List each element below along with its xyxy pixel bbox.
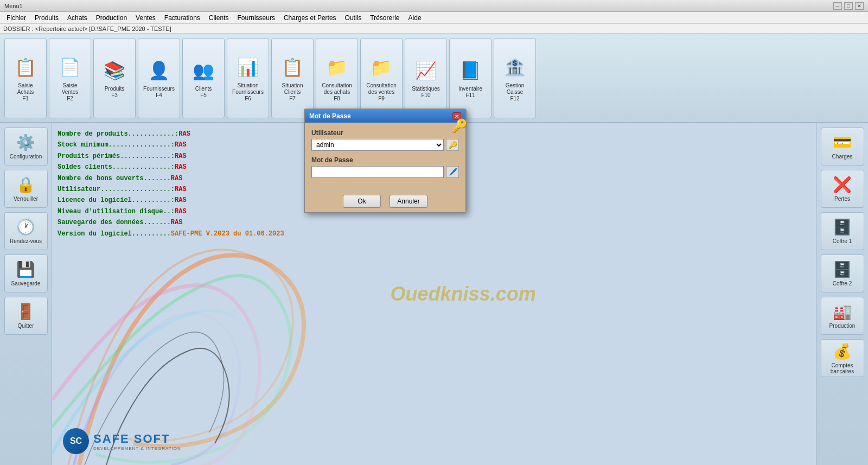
- toolbar-label-10: Inventaire F11: [458, 86, 482, 99]
- toolbar-btn-0[interactable]: 📋Saisie Achats F1: [4, 38, 47, 118]
- info-value-3: RAS: [175, 163, 187, 171]
- info-text-1: Stock minimum................:: [58, 141, 175, 149]
- toolbar-label-0: Saisie Achats F1: [17, 82, 34, 102]
- sidebar-btn-verrouiller[interactable]: 🔒Verrouiller: [4, 170, 48, 208]
- info-text-0: Nombre de produits............:: [58, 130, 178, 138]
- toolbar-btn-5[interactable]: 📊Situation Fournisseurs F6: [227, 38, 269, 118]
- right-icon-3: 🗄️: [833, 260, 852, 278]
- menu-item-charges-et-pertes[interactable]: Charges et Pertes: [279, 13, 341, 23]
- menu-item-production[interactable]: Production: [92, 13, 131, 23]
- info-line-7: Niveau d'utilisation disque..:RAS: [58, 206, 284, 217]
- right-icon-0: 💳: [833, 133, 852, 151]
- utilisateur-input-row: admin user1 user2 🔑: [311, 139, 459, 151]
- info-text-8: Sauvegarde des données.......: [58, 219, 171, 226]
- info-value-8: RAS: [171, 219, 183, 226]
- right-icon-1: ❌: [833, 176, 852, 194]
- left-sidebar: ⚙️Configuration🔒Verrouiller🕐Rendez-vous💾…: [0, 123, 52, 465]
- toolbar-btn-1[interactable]: 📄Saisie Ventes F2: [49, 38, 91, 118]
- toolbar-icon-1: 📄: [57, 54, 83, 80]
- menu-item-aide[interactable]: Aide: [404, 13, 426, 23]
- toolbar-btn-7[interactable]: 📁Consultation des achats F8: [316, 38, 358, 118]
- menu-item-trésorerie[interactable]: Trésorerie: [366, 13, 404, 23]
- menu-item-achats[interactable]: Achats: [63, 13, 92, 23]
- info-value-5: RAS: [175, 186, 187, 193]
- motdepasse-input[interactable]: [311, 166, 444, 178]
- utilisateur-label: Utilisateur: [311, 129, 459, 137]
- maximize-button[interactable]: □: [844, 2, 853, 10]
- menu-item-outils[interactable]: Outils: [341, 13, 366, 23]
- info-value-0: RAS: [178, 130, 190, 138]
- menu-item-clients[interactable]: Clients: [205, 13, 233, 23]
- info-value-4: RAS: [171, 175, 183, 182]
- dialog-body: Utilisateur admin user1 user2 🔑 Mot de P…: [305, 123, 465, 190]
- menu-item-facturations[interactable]: Facturations: [160, 13, 205, 23]
- sidebar-icon-1: 🔒: [16, 176, 35, 194]
- info-text-2: Produits périmés.............:: [58, 152, 175, 160]
- logo-icon: SC: [63, 428, 89, 454]
- right-btn-production[interactable]: 🏭Production: [821, 297, 864, 335]
- right-icon-5: 💰: [833, 342, 852, 360]
- right-label-3: Coffre 2: [833, 281, 852, 286]
- dialog-close-button[interactable]: ✕: [452, 112, 461, 120]
- toolbar-label-5: Situation Fournisseurs F6: [232, 82, 264, 102]
- annuler-button[interactable]: Annuler: [390, 195, 427, 208]
- status-bar: DOSSIER : <Repertoire actuel> [D:\SAFE_P…: [0, 24, 868, 34]
- right-btn-comptes-bancaires[interactable]: 💰Comptes bancaires: [821, 339, 864, 377]
- right-sidebar: 💳Charges❌Pertes🗄️Coffre 1🗄️Coffre 2🏭Prod…: [816, 123, 868, 465]
- toolbar-btn-11[interactable]: 🏦Gestion Caisse F12: [494, 38, 536, 118]
- minimize-button[interactable]: ─: [833, 2, 842, 10]
- dialog-titlebar: Mot de Passe ✕: [305, 110, 465, 123]
- toolbar-icon-9: 📈: [413, 58, 439, 84]
- sidebar-btn-rendez-vous[interactable]: 🕐Rendez-vous: [4, 212, 48, 250]
- toolbar-label-8: Consultation des ventes F9: [366, 82, 397, 102]
- utilisateur-icon-button[interactable]: 🔑: [446, 139, 459, 151]
- sidebar-label-2: Rendez-vous: [10, 238, 42, 244]
- right-btn-charges[interactable]: 💳Charges: [821, 128, 864, 165]
- sidebar-label-1: Verrouiller: [14, 196, 38, 202]
- ok-button[interactable]: Ok: [343, 195, 381, 208]
- toolbar-icon-6: 📋: [279, 54, 305, 80]
- motdepasse-clear-button[interactable]: 🖊️: [446, 166, 459, 178]
- info-text-4: Nombre de bons ouverts.......: [58, 175, 171, 182]
- title-bar: Menu1 ─ □ ✕: [0, 0, 868, 12]
- sidebar-label-4: Quitter: [17, 323, 34, 329]
- info-text-6: Licence du logiciel..........:: [58, 196, 175, 204]
- info-value-6: RAS: [175, 196, 187, 204]
- info-line-2: Produits périmés.............:RAS: [58, 151, 284, 162]
- toolbar-icon-0: 📋: [12, 54, 39, 80]
- menu-item-produits[interactable]: Produits: [30, 13, 63, 23]
- utilisateur-select[interactable]: admin user1 user2: [311, 139, 444, 151]
- toolbar-label-3: Fournisseurs F4: [143, 86, 175, 99]
- sidebar-btn-sauvegarde[interactable]: 💾Sauvegarde: [4, 254, 48, 292]
- logo-initials: SC: [70, 436, 82, 446]
- motdepasse-input-row: 🖊️: [311, 166, 459, 178]
- toolbar-btn-6[interactable]: 📋Situation Clients F7: [271, 38, 314, 118]
- right-btn-coffre-2[interactable]: 🗄️Coffre 2: [821, 254, 864, 292]
- toolbar-icon-2: 📚: [101, 58, 127, 84]
- menu-item-ventes[interactable]: Ventes: [131, 13, 160, 23]
- menu-item-fichier[interactable]: Fichier: [2, 13, 30, 23]
- window-controls: ─ □ ✕: [833, 2, 864, 10]
- right-btn-coffre-1[interactable]: 🗄️Coffre 1: [821, 212, 864, 250]
- sidebar-btn-configuration[interactable]: ⚙️Configuration: [4, 128, 48, 165]
- sidebar-label-0: Configuration: [10, 154, 42, 160]
- toolbar-btn-3[interactable]: 👤Fournisseurs F4: [138, 38, 180, 118]
- right-label-2: Coffre 1: [833, 238, 852, 244]
- toolbar-btn-9[interactable]: 📈Statistiques F10: [405, 38, 447, 118]
- info-panel: Nombre de produits............:RASStock …: [58, 129, 284, 239]
- password-dialog[interactable]: Mot de Passe ✕ Utilisateur admin user1 u…: [304, 109, 467, 213]
- sidebar-btn-quitter[interactable]: 🚪Quitter: [4, 297, 48, 335]
- toolbar-btn-2[interactable]: 📚Produits F3: [93, 38, 136, 118]
- utilisateur-field: Utilisateur admin user1 user2 🔑: [311, 129, 459, 151]
- toolbar-btn-4[interactable]: 👥Clients F5: [182, 38, 225, 118]
- toolbar-label-11: Gestion Caisse F12: [506, 82, 524, 102]
- sidebar-icon-2: 🕐: [16, 218, 35, 236]
- info-line-4: Nombre de bons ouverts.......RAS: [58, 173, 284, 184]
- info-line-3: Soldes clients...............:RAS: [58, 162, 284, 173]
- menu-item-fournisseurs[interactable]: Fournisseurs: [233, 13, 279, 23]
- right-label-5: Comptes bancaires: [831, 362, 854, 374]
- close-button[interactable]: ✕: [855, 2, 864, 10]
- right-btn-pertes[interactable]: ❌Pertes: [821, 170, 864, 208]
- toolbar-btn-8[interactable]: 📁Consultation des ventes F9: [360, 38, 403, 118]
- toolbar-btn-10[interactable]: 📘Inventaire F11: [449, 38, 492, 118]
